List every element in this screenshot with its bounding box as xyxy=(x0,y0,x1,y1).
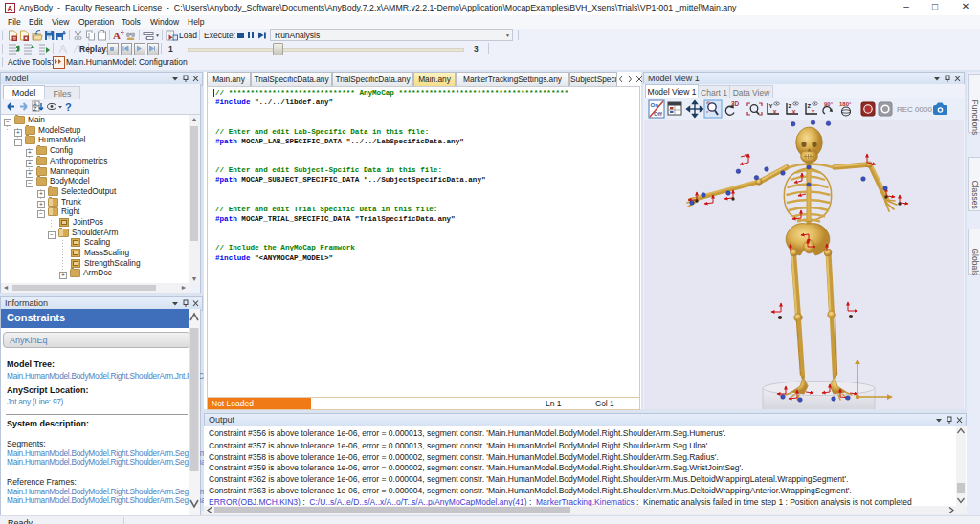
svg-text:180°: 180° xyxy=(839,101,852,107)
svg-text:Y: Y xyxy=(812,109,815,115)
svg-text:X: X xyxy=(773,109,777,115)
svg-text:?: ? xyxy=(65,101,72,113)
svg-text:3D: 3D xyxy=(731,100,740,107)
svg-text:90°: 90° xyxy=(824,101,834,107)
svg-text:A: A xyxy=(113,30,121,41)
svg-text:REC 0000: REC 0000 xyxy=(897,105,932,114)
svg-text:Off: Off xyxy=(654,111,663,117)
svg-text:X: X xyxy=(792,109,796,115)
